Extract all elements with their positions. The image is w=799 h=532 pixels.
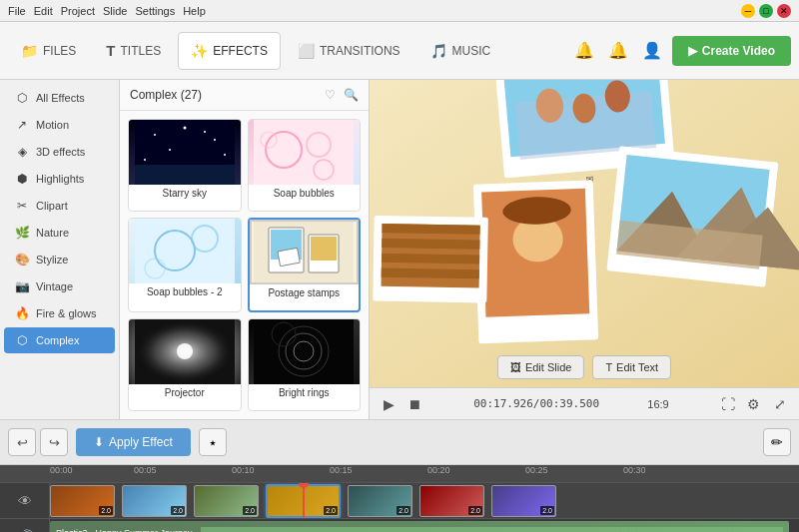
create-video-button[interactable]: ▶ Create Video xyxy=(672,36,791,66)
timeline-cursor[interactable] xyxy=(303,483,305,518)
timeline-left-panel: 👁 🔊 🎤 xyxy=(0,483,50,532)
slide-thumb-5[interactable]: 2.0 xyxy=(348,485,412,517)
sidebar-item-vintage-label: Vintage xyxy=(36,280,73,292)
menu-file[interactable]: File xyxy=(8,5,26,17)
motion-icon: ↗ xyxy=(14,118,30,132)
sidebar-item-3d-effects-label: 3D effects xyxy=(36,146,85,158)
edit-slide-button[interactable]: 🖼 Edit Slide xyxy=(497,355,584,379)
tab-effects[interactable]: ✨ EFFECTS xyxy=(178,32,281,70)
audio-waveform xyxy=(201,527,783,532)
bell-icon-button[interactable]: 🔔 xyxy=(570,37,598,65)
sidebar-item-highlights[interactable]: ⬢ Highlights xyxy=(4,166,115,192)
tab-titles-label: TITLES xyxy=(121,44,162,58)
effect-bright-rings[interactable]: Bright rings xyxy=(248,318,362,411)
effects-header-icons[interactable]: ♡ 🔍 xyxy=(325,88,359,102)
sidebar-item-highlights-label: Highlights xyxy=(36,173,84,185)
undo-redo-controls: ↩ ↪ xyxy=(8,428,68,456)
edit-slide-label: Edit Slide xyxy=(525,361,571,373)
brush-icon: ✏ xyxy=(771,434,783,450)
tab-titles[interactable]: T TITLES xyxy=(93,32,174,70)
search-icon[interactable]: 🔍 xyxy=(344,88,359,102)
time-current: 00:17.926 xyxy=(473,397,533,410)
effect-postage-stamps[interactable]: Postage stamps xyxy=(248,218,362,312)
maximize-button[interactable]: □ xyxy=(759,4,773,18)
tab-music[interactable]: 🎵 MUSIC xyxy=(417,32,504,70)
stop-button[interactable]: ⏹ xyxy=(403,393,425,415)
sidebar-item-vintage[interactable]: 📷 Vintage xyxy=(4,273,115,299)
edit-overlay: 🖼 Edit Slide T Edit Text xyxy=(497,355,671,379)
vintage-icon: 📷 xyxy=(14,279,30,293)
ruler-mark-5: 00:25 xyxy=(525,465,548,475)
undo-button[interactable]: ↩ xyxy=(8,428,36,456)
audio-track[interactable]: Plastic3 - Happy Summer Journey xyxy=(50,521,789,532)
sidebar-item-clipart[interactable]: ✂ Clipart xyxy=(4,193,115,219)
tab-files[interactable]: 📁 FILES xyxy=(8,32,89,70)
svg-rect-53 xyxy=(382,224,479,235)
highlights-icon: ⬢ xyxy=(14,172,30,186)
menu-slide[interactable]: Slide xyxy=(103,5,127,17)
expand-button[interactable]: ⤢ xyxy=(769,393,791,415)
apply-effect-button[interactable]: ⬇ Apply Effect xyxy=(76,428,191,456)
sidebar-item-motion-label: Motion xyxy=(36,119,69,131)
effects-title: Complex (27) xyxy=(130,88,202,102)
ruler-mark-2: 00:10 xyxy=(232,465,255,475)
timeline-eye-button[interactable]: 👁 xyxy=(0,483,50,519)
edit-text-button[interactable]: T Edit Text xyxy=(592,355,671,379)
svg-rect-55 xyxy=(382,254,479,265)
apply-effect-icon: ⬇ xyxy=(94,435,104,449)
account-icon-button[interactable]: 👤 xyxy=(638,37,666,65)
slide-thumb-2[interactable]: 2.0 xyxy=(122,485,187,517)
effect-starry-sky[interactable]: Starry sky xyxy=(128,119,242,212)
effect-soap-bubbles-2-thumb xyxy=(129,219,241,283)
all-effects-icon: ⬡ xyxy=(14,91,30,105)
edit-slide-icon: 🖼 xyxy=(510,361,521,373)
effect-soap-bubbles[interactable]: Soap bubbles xyxy=(248,119,362,212)
menu-project[interactable]: Project xyxy=(61,5,95,17)
magic-wand-button[interactable]: ⭑ xyxy=(199,428,227,456)
files-icon: 📁 xyxy=(21,43,38,59)
sidebar-item-nature[interactable]: 🌿 Nature xyxy=(4,220,115,246)
stylize-icon: 🎨 xyxy=(14,253,30,266)
slide-thumb-3[interactable]: 2.0 xyxy=(194,485,259,517)
slide-thumb-7[interactable]: 2.0 xyxy=(491,485,556,517)
close-button[interactable]: ✕ xyxy=(777,4,791,18)
fullscreen-button[interactable]: ⛶ xyxy=(717,393,739,415)
audio-track-label: Plastic3 - Happy Summer Journey xyxy=(56,528,193,532)
music-icon: 🎵 xyxy=(430,43,447,59)
magic-wand-icon: ⭑ xyxy=(210,434,216,451)
apply-effect-bar: ↩ ↪ ⬇ Apply Effect ⭑ ✏ xyxy=(0,419,799,465)
effect-soap-bubbles-2[interactable]: Soap bubbles - 2 xyxy=(128,218,242,312)
settings-preview-button[interactable]: ⚙ xyxy=(743,393,765,415)
toolbar-right: 🔔 🔔 👤 ▶ Create Video xyxy=(570,36,791,66)
timeline-ruler: 00:00 00:05 00:10 00:15 00:20 00:25 00:3… xyxy=(0,465,799,483)
effect-soap-bubbles-thumb xyxy=(249,120,361,185)
redo-button[interactable]: ↪ xyxy=(40,428,68,456)
tab-transitions[interactable]: ⬜ TRANSITIONS xyxy=(285,32,413,70)
effect-projector[interactable]: Projector xyxy=(128,318,242,411)
sidebar-item-complex[interactable]: ⬡ Complex xyxy=(4,327,115,353)
menu-bar[interactable]: File Edit Project Slide Settings Help xyxy=(8,5,206,17)
timeline-audio-button[interactable]: 🔊 xyxy=(0,519,50,532)
window-controls[interactable]: ─ □ ✕ xyxy=(741,4,791,18)
menu-edit[interactable]: Edit xyxy=(34,5,53,17)
sidebar-item-stylize[interactable]: 🎨 Stylize xyxy=(4,247,115,272)
svg-point-27 xyxy=(177,343,193,359)
brush-button[interactable]: ✏ xyxy=(763,428,791,456)
ruler-content: 00:00 00:05 00:10 00:15 00:20 00:25 00:3… xyxy=(50,465,749,482)
minimize-button[interactable]: ─ xyxy=(741,4,755,18)
favorites-icon[interactable]: ♡ xyxy=(325,88,336,102)
notification-icon-button[interactable]: 🔔 xyxy=(604,37,632,65)
sidebar-item-3d-effects[interactable]: ◈ 3D effects xyxy=(4,139,115,165)
svg-rect-54 xyxy=(382,239,479,250)
effect-starry-sky-label: Starry sky xyxy=(129,185,241,202)
sidebar-item-motion[interactable]: ↗ Motion xyxy=(4,112,115,138)
sidebar-item-fire-glows[interactable]: 🔥 Fire & glows xyxy=(4,300,115,326)
play-button[interactable]: ▶ xyxy=(378,393,400,415)
menu-settings[interactable]: Settings xyxy=(135,5,175,17)
slide-thumb-6[interactable]: 2.0 xyxy=(419,485,484,517)
menu-help[interactable]: Help xyxy=(183,5,206,17)
left-sidebar: ⬡ All Effects ↗ Motion ◈ 3D effects ⬢ Hi… xyxy=(0,80,120,419)
preview-area: ✉ xyxy=(370,80,799,419)
slide-thumb-1[interactable]: 2.0 xyxy=(50,485,115,517)
sidebar-item-all-effects[interactable]: ⬡ All Effects xyxy=(4,85,115,111)
